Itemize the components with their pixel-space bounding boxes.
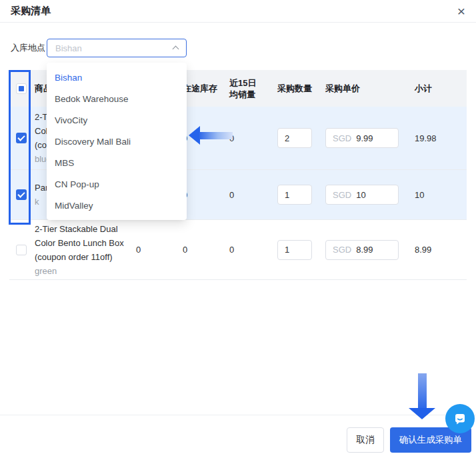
dropdown-option-midvalley[interactable]: MidValley <box>47 195 187 216</box>
dropdown-option-bishan[interactable]: Bishan <box>47 67 187 88</box>
stock-value: 0 <box>129 245 176 255</box>
subtotal-value: 8.99 <box>407 245 467 255</box>
dropdown-option-bedok-warehouse[interactable]: Bedok Warehouse <box>47 88 187 109</box>
row-checkbox[interactable] <box>16 189 27 200</box>
footer-divider <box>0 415 476 415</box>
price-input[interactable]: SGD 9.99 <box>325 128 399 148</box>
dropdown-option-mbs[interactable]: MBS <box>47 152 187 173</box>
price-input[interactable]: SGD 8.99 <box>325 240 399 260</box>
header-price: 采购单价 <box>321 83 407 95</box>
cancel-button[interactable]: 取消 <box>347 427 384 453</box>
header-qty: 采购数量 <box>275 83 321 95</box>
subtotal-value: 19.98 <box>407 133 467 143</box>
currency-prefix: SGD <box>333 190 351 200</box>
avg-sales-value: 0 <box>223 245 275 255</box>
row-checkbox[interactable] <box>16 133 27 143</box>
chat-bubble-icon <box>452 411 468 427</box>
product-variant: green <box>35 264 129 278</box>
modal-header: 采购清单 × <box>0 0 476 23</box>
header-avg-sales: 近15日 均销量 <box>223 77 275 100</box>
warehouse-dropdown: Bishan Bedok Warehouse VivoCity Discover… <box>47 63 187 220</box>
warehouse-select-value: Bishan <box>55 43 82 53</box>
chevron-up-icon <box>173 46 179 53</box>
price-value: 10 <box>356 190 365 200</box>
dropdown-option-cn-pop-up[interactable]: CN Pop-up <box>47 173 187 195</box>
chat-widget-button[interactable] <box>445 404 475 433</box>
select-all-cell <box>9 83 33 94</box>
product-name: 2-Tier Stackable Dual <box>35 222 129 236</box>
warehouse-label: 入库地点 <box>11 42 47 54</box>
product-cell: 2-Tier Stackable Dual Color Bento Lunch … <box>33 222 129 278</box>
row-checkbox[interactable] <box>16 245 27 255</box>
qty-input[interactable] <box>277 240 312 260</box>
warehouse-form-row: 入库地点 Bishan <box>11 39 465 57</box>
transit-value: 0 <box>176 245 223 255</box>
avg-sales-value: 0 <box>223 190 275 200</box>
price-input[interactable]: SGD 10 <box>325 185 399 205</box>
close-icon[interactable]: × <box>457 4 465 18</box>
qty-input[interactable] <box>277 128 312 148</box>
dropdown-option-discovery-mall-bali[interactable]: Discovery Mall Bali <box>47 131 187 152</box>
down-arrow-annotation <box>409 373 435 420</box>
table-row: 2-Tier Stackable Dual Color Bento Lunch … <box>9 220 467 280</box>
page-title: 采购清单 <box>11 5 51 17</box>
subtotal-value: 10 <box>407 190 467 200</box>
warehouse-select[interactable]: Bishan <box>47 39 187 57</box>
qty-input[interactable] <box>277 185 312 205</box>
header-subtotal: 小计 <box>407 83 467 95</box>
price-value: 9.99 <box>356 133 373 143</box>
dropdown-option-vivocity[interactable]: VivoCity <box>47 109 187 131</box>
avg-sales-value: 0 <box>223 133 275 143</box>
price-value: 8.99 <box>356 245 373 255</box>
currency-prefix: SGD <box>333 245 351 255</box>
select-all-checkbox[interactable] <box>16 83 27 94</box>
currency-prefix: SGD <box>333 133 351 143</box>
